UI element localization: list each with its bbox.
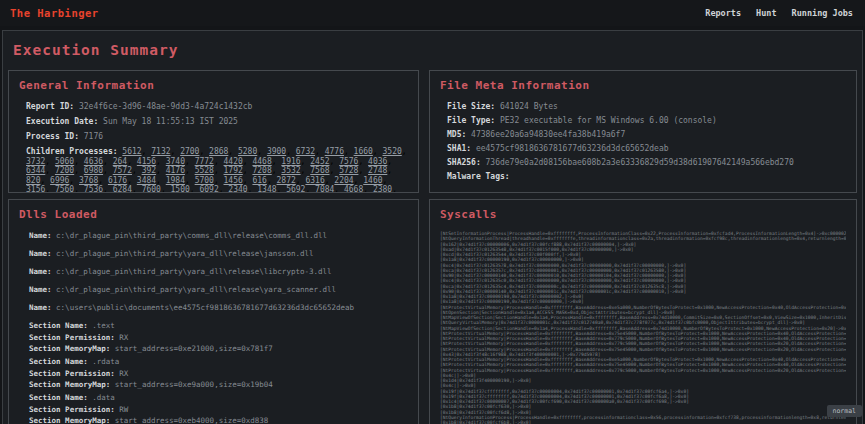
child-process-link[interactable]: 4636 [84, 157, 103, 166]
child-process-link[interactable]: 1660 [354, 147, 373, 156]
dll-name-label: Name: [29, 285, 56, 294]
child-process-link[interactable]: 2872 [277, 176, 296, 185]
dll-section-row: Section Name: .rdata [29, 357, 408, 366]
child-process-link[interactable]: 820 [26, 176, 40, 185]
child-process-link[interactable]: 392 [142, 166, 156, 175]
child-process-link[interactable]: 7568 [310, 166, 329, 175]
child-process-link[interactable]: 7576 [339, 157, 358, 166]
child-process-link[interactable]: 5528 [195, 166, 214, 175]
child-process-link[interactable]: 7772 [195, 157, 214, 166]
child-process-link[interactable]: 3900 [267, 147, 286, 156]
child-process-link[interactable]: 5280 [238, 147, 257, 156]
child-process-link[interactable]: 1916 [281, 157, 300, 166]
child-process-link[interactable]: 7560 [55, 185, 74, 193]
child-process-link[interactable]: 264 [113, 157, 127, 166]
children-processes-label: Children Processes: [26, 147, 122, 156]
dll-section-label: Section MemoryMap: [29, 344, 115, 353]
syscall-line: [NtProtectVirtualMemory|ProcessHandle=0x… [440, 347, 846, 352]
child-process-link[interactable]: 5692 [286, 185, 305, 193]
child-process-link[interactable]: 7208 [252, 166, 271, 175]
child-process-link[interactable]: 6316 [305, 176, 324, 185]
dll-section-row: Section Permission: RX [29, 333, 408, 342]
child-process-link[interactable]: 3532 [281, 166, 300, 175]
nav-item-hunt[interactable]: Hunt [756, 8, 776, 18]
child-process-link[interactable]: 3520 [383, 147, 402, 156]
dll-section-group: Section Name: .dataSection Permission: R… [29, 393, 408, 424]
dll-section-group: Section Name: .rdataSection Permission: … [29, 357, 408, 389]
field-sha256: SHA256: 736de79e0a2d08156bae608b2a3e6333… [440, 158, 846, 167]
dll-name-label: Name: [29, 267, 56, 276]
child-process-link[interactable]: 2380 [373, 185, 392, 193]
dll-section-value: start_address=0xe9a000,size=0x19b04 [115, 380, 273, 389]
nav-item-reports[interactable]: Reports [705, 8, 741, 18]
child-process-link[interactable]: 7084 [315, 185, 334, 193]
child-process-link[interactable]: 7600 [142, 185, 161, 193]
child-process-link[interactable]: 2700 [180, 147, 199, 156]
child-process-link[interactable]: 6996 [50, 176, 69, 185]
field-value: Sun May 18 11:55:13 IST 2025 [103, 117, 238, 126]
child-process-link[interactable]: 2868 [209, 147, 228, 156]
child-process-link[interactable]: 1792 [224, 166, 243, 175]
dll-name-row: Name: c:\dr_plague_pin\third_party\yara_… [29, 249, 408, 258]
child-process-link[interactable]: 7200 [55, 166, 74, 175]
child-process-link[interactable]: 616 [252, 176, 266, 185]
child-process-link[interactable]: 3156 [26, 185, 45, 193]
child-process-link[interactable]: 1984 [166, 176, 185, 185]
child-process-link[interactable]: 3768 [79, 176, 98, 185]
dll-section-group: Section Name: .textSection Permission: R… [29, 321, 408, 353]
child-process-link[interactable]: 2340 [228, 185, 247, 193]
child-process-link[interactable]: 4776 [325, 147, 344, 156]
child-process-link[interactable]: 6344 [26, 166, 45, 175]
zoom-indicator[interactable]: normal [827, 405, 862, 417]
child-process-link[interactable]: 5060 [55, 157, 74, 166]
dll-name-value: c:\dr_plague_pin\third_party\yara_dll\re… [56, 249, 313, 258]
children-processes: Children Processes: 5612, 7132, 2700, 28… [19, 147, 408, 193]
panels-grid: General Information Report ID: 32e4f6ce-… [8, 70, 857, 424]
nav-item-running-jobs[interactable]: Running Jobs [792, 8, 853, 18]
dll-name-label: Name: [29, 303, 56, 312]
dll-section-label: Section MemoryMap: [29, 380, 115, 389]
child-process-link[interactable]: 4036 [368, 157, 387, 166]
child-process-link[interactable]: 4468 [252, 157, 271, 166]
child-process-link[interactable]: 5612 [122, 147, 141, 156]
child-process-link[interactable]: 5728 [339, 166, 358, 175]
child-process-link[interactable]: 2204 [334, 176, 353, 185]
child-process-link[interactable]: 7132 [151, 147, 170, 156]
child-process-link[interactable]: 4420 [224, 157, 243, 166]
child-process-link[interactable]: 2748 [368, 166, 387, 175]
child-process-link[interactable]: 5700 [195, 176, 214, 185]
child-process-link[interactable]: 3740 [166, 157, 185, 166]
dll-section-value: start_address=0xe21000,size=0x781f7 [115, 344, 273, 353]
syscall-line: [NtMapViewOfSection|SectionHandle=0x1a4,… [440, 326, 846, 331]
child-process-link[interactable]: 6980 [84, 166, 103, 175]
child-process-link[interactable]: 1348 [257, 185, 276, 193]
child-process-link[interactable]: 3732 [26, 157, 45, 166]
dll-name-value: c:\dr_plague_pin\third_party\yara_dll\re… [56, 267, 331, 276]
child-process-link[interactable]: 1500 [171, 185, 190, 193]
app-title[interactable]: The Harbinger [10, 7, 99, 19]
child-process-link[interactable]: 7572 [113, 166, 132, 175]
dll-section-row: Section Name: .text [29, 321, 408, 330]
dll-name-label: Name: [29, 231, 56, 240]
child-process-link[interactable]: 1456 [224, 176, 243, 185]
field-label: Process ID: [26, 132, 84, 141]
child-process-link[interactable]: 4156 [137, 157, 156, 166]
child-process-link[interactable]: 6092 [199, 185, 218, 193]
dll-name-label: Name: [29, 249, 56, 258]
child-process-link[interactable]: 6284 [113, 185, 132, 193]
dll-section-row: Section Permission: RX [29, 369, 408, 378]
child-process-link[interactable]: 1460 [363, 176, 382, 185]
child-process-link[interactable]: 2452 [310, 157, 329, 166]
field-label: Execution Date: [26, 117, 103, 126]
child-process-link[interactable]: 6176 [108, 176, 127, 185]
dll-section-label: Section Name: [29, 321, 92, 330]
main-container: Execution Summary General Information Re… [2, 30, 863, 424]
child-process-link[interactable]: 4668 [344, 185, 363, 193]
field-label: SHA1: [447, 144, 476, 153]
dll-section-row: Section MemoryMap: start_address=0xe2100… [29, 344, 408, 353]
child-process-link[interactable]: 3484 [137, 176, 156, 185]
child-process-link[interactable]: 6732 [296, 147, 315, 156]
child-process-link[interactable]: 4176 [166, 166, 185, 175]
child-process-link[interactable]: 7536 [84, 185, 103, 193]
dll-section-value: RX [119, 333, 128, 342]
